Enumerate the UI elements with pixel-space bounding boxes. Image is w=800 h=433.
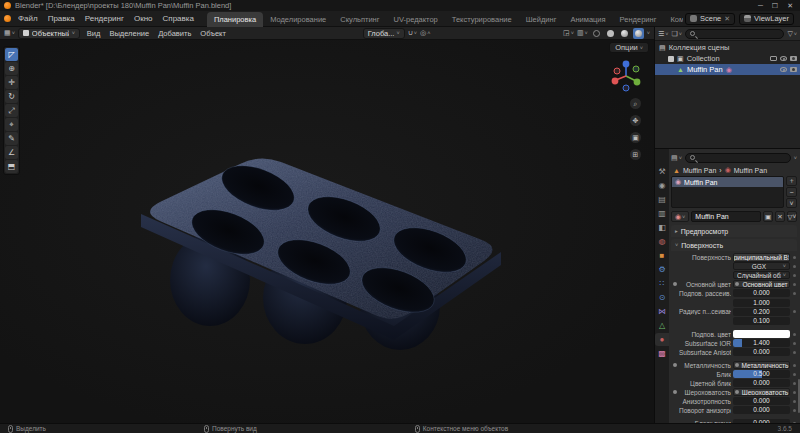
slider-sub-value[interactable]: 0.100 xyxy=(733,317,790,325)
properties-tab-output[interactable]: ▤ xyxy=(655,193,669,206)
panel-surface[interactable]: ˅Поверхность xyxy=(671,239,797,251)
camera-toggle-icon[interactable] xyxy=(790,56,797,61)
options-dropdown[interactable]: Опции˅ xyxy=(609,42,649,53)
tab-Рендеринг[interactable]: Рендеринг xyxy=(613,12,664,27)
outliner-row-Muffin Pan[interactable]: ▲Muffin Pan◉ xyxy=(655,64,800,75)
orientation-dropdown[interactable]: Глоба...˅ xyxy=(363,28,405,39)
properties-tab-physics[interactable]: ⊙ xyxy=(655,291,669,304)
browse-material-button[interactable]: ◉˅ xyxy=(671,211,689,222)
outliner-editor-type-button[interactable]: ☰˅ xyxy=(658,30,669,38)
viewport-menu-Добавить[interactable]: Добавить xyxy=(154,28,195,39)
properties-options-icon[interactable]: ˅ xyxy=(794,155,797,161)
blender-menu-icon[interactable] xyxy=(4,15,11,22)
tab-Моделирование[interactable]: Моделирование xyxy=(263,12,333,27)
slider-Subsurface IOR[interactable]: 1.400 xyxy=(733,339,790,347)
material-name-field[interactable] xyxy=(691,211,761,222)
decorate-icon[interactable] xyxy=(793,265,796,268)
add-cube-tool-button[interactable]: ⬒ xyxy=(5,160,18,173)
annotate-tool-button[interactable]: ✎ xyxy=(5,132,18,145)
outliner-search[interactable] xyxy=(685,29,784,39)
menu-Рендеринг[interactable]: Рендеринг xyxy=(80,12,129,25)
outliner-row-Коллекция сцены[interactable]: ▤Коллекция сцены xyxy=(655,42,800,53)
rotate-tool-button[interactable]: ↻ xyxy=(5,90,18,103)
breadcrumb-object[interactable]: Muffin Pan xyxy=(683,167,716,174)
slider-Анизотропность[interactable]: 0.000 xyxy=(733,397,790,405)
properties-tab-modifiers[interactable]: ⚙ xyxy=(655,263,669,276)
copy-material-button[interactable]: ▣ xyxy=(763,211,773,222)
material-slot-list[interactable]: ◉ Muffin Pan xyxy=(671,176,784,208)
breadcrumb-material[interactable]: Muffin Pan xyxy=(734,167,767,174)
decorate-icon[interactable] xyxy=(793,382,796,385)
measure-tool-button[interactable]: ∠ xyxy=(5,146,18,159)
material-specials-button[interactable]: ˅ xyxy=(786,198,797,208)
properties-editor-type-button[interactable]: ▤˅ xyxy=(671,154,682,162)
collection-checkbox[interactable] xyxy=(668,56,674,62)
tab-UV-редактор[interactable]: UV-редактор xyxy=(386,12,444,27)
slider-sub-value[interactable]: 0.200 xyxy=(733,308,790,316)
proportional-edit-icon[interactable]: ◎˄ xyxy=(420,29,430,37)
tab-Скульптинг[interactable]: Скульптинг xyxy=(333,12,386,27)
muffin-pan-object[interactable] xyxy=(0,40,654,423)
tab-Планировка[interactable]: Планировка xyxy=(207,12,263,27)
remove-material-slot-button[interactable]: − xyxy=(786,187,797,197)
eye-toggle-icon[interactable] xyxy=(780,56,787,61)
close-button[interactable]: ✕ xyxy=(787,2,793,10)
zoom-icon[interactable]: ⌕ xyxy=(630,98,641,109)
decorate-icon[interactable] xyxy=(793,292,796,295)
decorate-icon[interactable] xyxy=(793,409,796,412)
panel-preview[interactable]: ▸Предпросмотр xyxy=(671,225,797,237)
properties-tab-tool[interactable]: ⚒ xyxy=(655,165,669,178)
move-tool-button[interactable]: ✛ xyxy=(5,76,18,89)
properties-tab-texture[interactable]: ▩ xyxy=(655,347,669,360)
outliner-search-input[interactable] xyxy=(697,30,779,37)
menu-Справка[interactable]: Справка xyxy=(158,12,199,25)
tab-Шейдинг[interactable]: Шейдинг xyxy=(519,12,564,27)
transform-tool-button[interactable]: ⌖ xyxy=(5,118,18,131)
shading-material-button[interactable] xyxy=(619,28,630,39)
tab-Анимация[interactable]: Анимация xyxy=(563,12,612,27)
scene-unlink-icon[interactable]: ✕ xyxy=(724,15,730,23)
decorate-icon[interactable] xyxy=(793,364,796,367)
scene-selector[interactable]: Scene ✕ xyxy=(685,13,735,25)
show-overlays-icon[interactable]: ▥˅ xyxy=(577,29,588,37)
properties-tab-scene[interactable]: ◧ xyxy=(655,221,669,234)
slider-Блеск ткани[interactable]: 0.000 xyxy=(733,419,790,423)
slider-Поворот анизотро...[interactable]: 0.000 xyxy=(733,406,790,414)
screen-toggle-icon[interactable] xyxy=(770,56,777,61)
cursor-tool-button[interactable]: ⊕ xyxy=(5,62,18,75)
linked-input-Основной цвет[interactable]: Основной цвет xyxy=(733,280,790,288)
slider-Цветной блик[interactable]: 0.000 xyxy=(733,379,790,387)
mode-dropdown[interactable]: Объектный режим ˅ xyxy=(18,28,80,39)
decorate-icon[interactable] xyxy=(793,310,796,313)
shading-rendered-button[interactable] xyxy=(633,28,644,39)
outliner-filter-icon[interactable]: ▽˅ xyxy=(787,30,797,38)
decorate-icon[interactable] xyxy=(793,333,796,336)
decorate-icon[interactable] xyxy=(793,274,796,277)
show-gizmo-icon[interactable]: ◲˅ xyxy=(563,29,574,37)
properties-tab-object[interactable]: ■ xyxy=(655,249,669,262)
view-layer-selector[interactable]: ViewLayer xyxy=(739,13,794,25)
decorate-icon[interactable] xyxy=(793,422,796,424)
properties-tab-particles[interactable]: ∷ xyxy=(655,277,669,290)
camera-toggle-icon[interactable] xyxy=(790,67,797,72)
snap-magnet-icon[interactable]: ∪˅ xyxy=(408,29,417,37)
shading-dropdown-icon[interactable]: ˅ xyxy=(647,30,650,36)
slider-sub-value[interactable]: 1.000 xyxy=(733,299,790,307)
maximize-button[interactable]: ☐ xyxy=(772,2,778,10)
decorate-icon[interactable] xyxy=(793,283,796,286)
viewport-menu-Выделение[interactable]: Выделение xyxy=(105,28,153,39)
color-swatch-Подпов. цвет[interactable] xyxy=(733,330,790,338)
dropdown-Случайный обход[interactable]: Случайный обход˅ xyxy=(733,271,790,279)
node-specials-button[interactable]: ▽˅ xyxy=(787,211,797,222)
properties-tab-view-layer[interactable]: ▥ xyxy=(655,207,669,220)
properties-tab-material[interactable]: ● xyxy=(655,333,669,346)
properties-search-input[interactable] xyxy=(697,154,786,161)
select-box-tool-button[interactable]: ◸ xyxy=(5,48,18,61)
tab-Текстурирование[interactable]: Текстурирование xyxy=(445,12,519,27)
outliner-display-mode-button[interactable]: ❏˅ xyxy=(672,30,683,38)
decorate-icon[interactable] xyxy=(793,373,796,376)
properties-search[interactable] xyxy=(685,153,791,163)
shading-solid-button[interactable] xyxy=(605,28,616,39)
editor-type-button[interactable]: ▦˅ xyxy=(4,29,15,37)
decorate-icon[interactable] xyxy=(793,391,796,394)
